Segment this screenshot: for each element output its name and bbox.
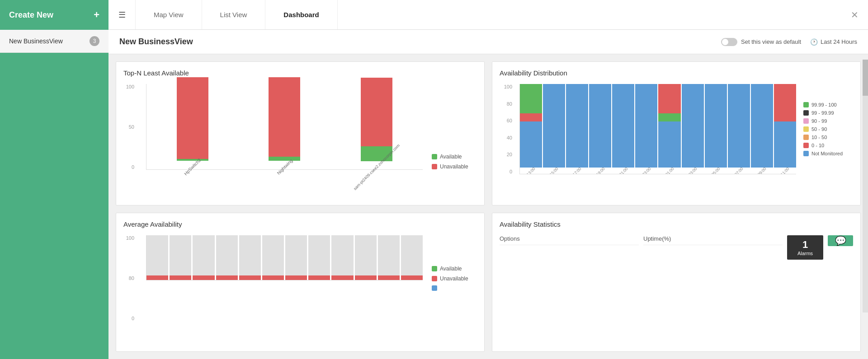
50-90-dot [803, 126, 809, 132]
scrollbar-thumb[interactable] [863, 60, 868, 96]
dist-col-10: 09:00 [751, 84, 773, 174]
alarm-count: 1 [802, 239, 808, 251]
sidebar-item-label: New BusinessView [9, 37, 63, 45]
10-50-label: 10 - 50 [811, 135, 827, 140]
available-segment [269, 157, 300, 161]
dist-col-8: 05:00 [705, 84, 727, 174]
available-label: Available [440, 266, 462, 272]
content-area: Top-N Least Available 100 50 0 HpSwitch2 [108, 54, 868, 359]
sidebar-header[interactable]: Create New + [0, 0, 108, 30]
tab-dashboard[interactable]: Dashboard [265, 0, 337, 29]
50-90-label: 50 - 90 [811, 126, 827, 132]
top-n-card: Top-N Least Available 100 50 0 HpSwitch2 [116, 61, 485, 205]
legend-blue [432, 285, 477, 291]
legend-50-90: 50 - 90 [803, 126, 853, 132]
tab-list-view[interactable]: List View [202, 0, 266, 29]
top-nav: ☰ Map View List View Dashboard ✕ [108, 0, 868, 30]
x-label: 21:00 [618, 166, 628, 174]
sidebar: Create New + New BusinessView 3 [0, 0, 108, 359]
avg-legend: Available Unavailable [432, 235, 477, 321]
uptime-header: Uptime(%) [643, 235, 783, 245]
options-header: Options [500, 235, 639, 245]
99-100-dot [803, 102, 809, 107]
available-dot [432, 266, 437, 271]
dist-col-5: 23:00 [635, 84, 657, 174]
availability-stats-card: Availability Statistics Options Uptime(%… [492, 213, 861, 352]
dist-col-6: 01:00 [658, 84, 680, 174]
dist-col-7: 03:00 [682, 84, 704, 174]
dist-chart: 100 80 60 40 20 0 [500, 84, 853, 174]
avg-availability-card: Average Availability 100 80 0 [116, 213, 485, 352]
options-col: Options [500, 235, 639, 245]
stats-panel: Options Uptime(%) 1 Alarms 💬 [500, 235, 853, 260]
page-title: New BusinessView [119, 37, 193, 47]
legend-not-monitored: Not Monitored [803, 151, 853, 156]
plus-icon[interactable]: + [94, 9, 99, 21]
10-50-dot [803, 135, 809, 140]
create-new-label: Create New [9, 10, 53, 20]
scrollbar-track[interactable] [863, 60, 868, 312]
90-99-dot [803, 118, 809, 124]
bar-hpswitch2: HpSwitch2 [175, 77, 211, 169]
top-n-y-axis: 100 50 0 [123, 84, 137, 170]
alarm-label: Alarms [797, 251, 813, 256]
99-9999-dot [803, 110, 809, 116]
dist-y-axis: 100 80 60 40 20 0 [500, 84, 512, 174]
x-label: 11:00 [780, 166, 790, 174]
top-n-chart: 100 50 0 HpSwitch2 [123, 84, 477, 170]
sidebar-item-badge: 3 [90, 36, 99, 46]
toggle-switch[interactable] [721, 38, 737, 46]
hamburger-icon: ☰ [118, 10, 126, 20]
legend-0-10: 0 - 10 [803, 143, 853, 148]
time-range[interactable]: 🕐 Last 24 Hours [810, 38, 857, 46]
dist-bars: 13:00 15:00 1 [519, 84, 796, 174]
legend-90-99: 90 - 99 [803, 118, 853, 124]
dist-col-2: 17:00 [566, 84, 588, 174]
legend-unavailable: Unavailable [432, 163, 477, 170]
default-toggle[interactable]: Set this view as default [721, 38, 801, 46]
toggle-knob [722, 39, 728, 45]
dist-col-0: 13:00 [520, 84, 542, 174]
x-label: 01:00 [664, 166, 675, 174]
99-100-label: 99.99 - 100 [811, 102, 837, 107]
x-label: 17:00 [572, 166, 582, 174]
unavailable-dot [432, 276, 437, 281]
legend-available: Available [432, 154, 477, 160]
x-label: 03:00 [688, 166, 698, 174]
avg-y-axis: 100 80 0 [123, 235, 137, 321]
99-9999-label: 99 - 99.99 [811, 110, 834, 116]
sidebar-item-business-view[interactable]: New BusinessView 3 [0, 30, 108, 53]
dist-col-11: 11:00 [774, 84, 796, 174]
uptime-col: Uptime(%) [643, 235, 783, 245]
legend-10-50: 10 - 50 [803, 135, 853, 140]
dist-col-9: 07:00 [728, 84, 750, 174]
unavailable-segment [361, 78, 392, 146]
x-label: 23:00 [641, 166, 651, 174]
top-n-bars: HpSwitch2 Nightwing [146, 84, 423, 170]
legend-99-9999: 99 - 99.99 [803, 110, 853, 116]
unavailable-segment [177, 77, 208, 159]
available-dot [432, 154, 437, 159]
clock-icon: 🕐 [810, 38, 818, 46]
close-button[interactable]: ✕ [841, 0, 868, 29]
90-99-label: 90 - 99 [811, 118, 827, 124]
chat-button[interactable]: 💬 [828, 235, 853, 246]
not-monitored-dot [803, 151, 809, 156]
alarm-badge[interactable]: 1 Alarms [787, 235, 823, 260]
tab-map-view[interactable]: Map View [136, 0, 202, 29]
bar-sam-pt2409: sam-pt2409.csee2.zohocorpin.com [359, 78, 395, 169]
unavailable-segment [269, 77, 300, 157]
blue-dot [432, 285, 437, 291]
unavailable-label: Unavailable [440, 275, 468, 282]
default-label: Set this view as default [741, 38, 801, 45]
0-10-dot [803, 143, 809, 148]
time-range-label: Last 24 Hours [821, 38, 857, 45]
avg-availability-title: Average Availability [123, 220, 477, 228]
menu-button[interactable]: ☰ [108, 0, 136, 29]
chat-icon: 💬 [835, 235, 846, 246]
x-label: 13:00 [526, 166, 536, 174]
dist-col-4: 21:00 [612, 84, 634, 174]
x-label: 05:00 [711, 166, 721, 174]
main-area: ☰ Map View List View Dashboard ✕ New Bus… [108, 0, 868, 359]
availability-dist-card: Availability Distribution 100 80 60 40 2… [492, 61, 861, 205]
